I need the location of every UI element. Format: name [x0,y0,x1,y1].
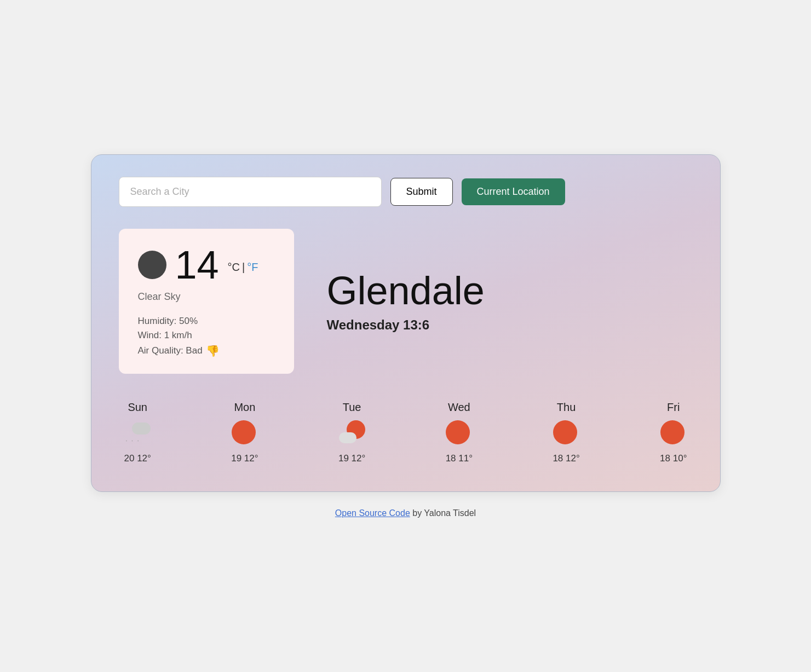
sun-icon [660,420,685,444]
forecast-temps: 18 12° [553,453,579,464]
main-card: Submit Current Location 14 °C | °F Clear… [91,154,721,492]
app-wrapper: Submit Current Location 14 °C | °F Clear… [77,154,734,518]
forecast-day: Wed18 11° [446,401,473,464]
weather-condition-icon [138,251,166,279]
forecast-day: Sun · · · 20 12° [124,401,151,464]
weather-details: Humidity: 50% Wind: 1 km/h Air Quality: … [138,316,275,357]
forecast-day-name: Fri [667,401,680,414]
forecast-temps: 19 12° [231,453,258,464]
current-location-button[interactable]: Current Location [462,178,565,205]
city-name: Glendale [327,269,693,312]
forecast-icon: · · · [124,420,151,447]
sun-icon [232,420,256,444]
forecast-row: Sun · · · 20 12°Mon19 12°Tue 19 12°Wed18… [119,401,693,464]
city-info: Glendale Wednesday 13:6 [327,269,693,332]
footer: Open Source Code by Yalona Tisdel [335,508,476,518]
forecast-temps: 19 12° [338,453,365,464]
forecast-day: Mon19 12° [231,401,258,464]
forecast-day-name: Wed [448,401,470,414]
forecast-day-name: Sun [128,401,147,414]
forecast-icon [553,420,579,447]
forecast-temps: 20 12° [124,453,151,464]
air-quality-icon: 👎 [206,344,220,357]
temp-row: 14 °C | °F [138,245,275,285]
forecast-icon [232,420,258,447]
open-source-link[interactable]: Open Source Code [335,508,410,518]
wind-value: Wind: 1 km/h [138,330,275,341]
celsius-unit[interactable]: °C [228,261,240,274]
forecast-temps: 18 10° [660,453,687,464]
unit-separator: | [242,261,245,274]
forecast-day: Fri18 10° [660,401,687,464]
forecast-temps: 18 11° [446,453,473,464]
temperature-value: 14 [175,245,219,285]
footer-suffix: by Yalona Tisdel [410,508,476,518]
temperature-units: °C | °F [228,256,258,274]
forecast-icon [446,420,472,447]
sun-cloud-icon [339,420,365,444]
search-input[interactable] [119,177,382,207]
air-quality-value: Air Quality: Bad 👎 [138,344,275,357]
submit-button[interactable]: Submit [390,178,453,206]
humidity-value: Humidity: 50% [138,316,275,327]
weather-card: 14 °C | °F Clear Sky Humidity: 50% Wind:… [119,229,294,374]
sun-icon [553,420,577,444]
forecast-day-name: Tue [343,401,361,414]
weather-description: Clear Sky [138,291,275,303]
forecast-day: Tue 19 12° [338,401,365,464]
forecast-day-name: Mon [234,401,255,414]
fahrenheit-unit[interactable]: °F [247,261,258,274]
forecast-icon [660,420,687,447]
snow-cloud-icon: · · · [124,420,151,444]
forecast-icon [339,420,365,447]
forecast-day-name: Thu [557,401,576,414]
city-datetime: Wednesday 13:6 [327,317,693,333]
search-row: Submit Current Location [119,177,693,207]
weather-main: 14 °C | °F Clear Sky Humidity: 50% Wind:… [119,229,693,374]
forecast-day: Thu18 12° [553,401,579,464]
sun-icon [446,420,470,444]
